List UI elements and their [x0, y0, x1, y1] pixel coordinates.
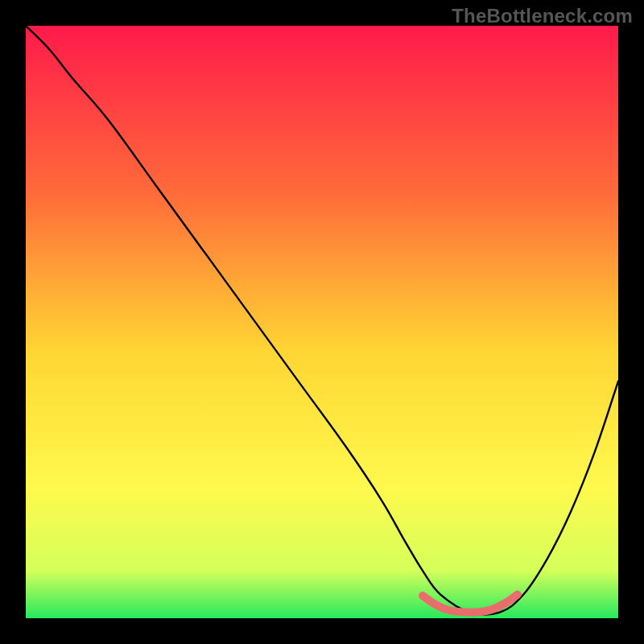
chart-background [26, 26, 618, 618]
chart-svg [26, 26, 618, 618]
watermark-text: TheBottleneck.com [452, 5, 633, 27]
chart-plot [26, 26, 618, 618]
chart-root: TheBottleneck.com [0, 0, 644, 644]
